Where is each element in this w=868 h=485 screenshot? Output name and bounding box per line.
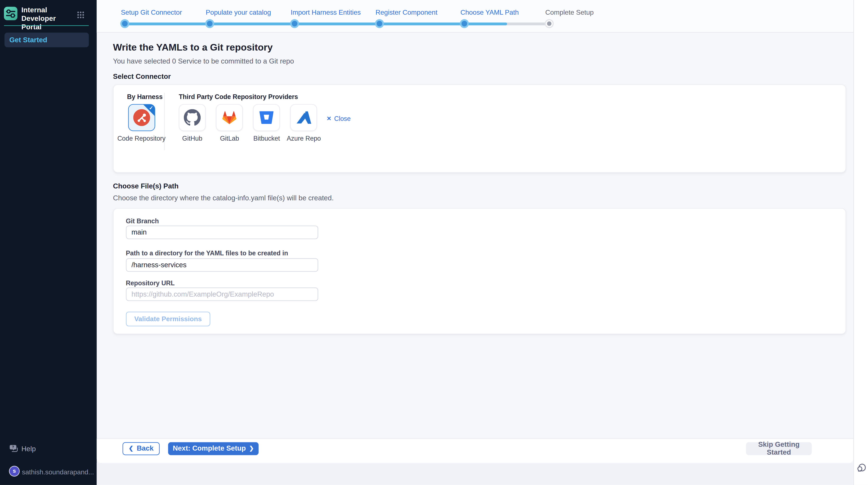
by-harness-label: By Harness xyxy=(127,93,163,100)
sidebar-teal-divider xyxy=(4,25,89,26)
wizard-footer: ❮ Back Next: Complete Setup ❯ Skip Getti… xyxy=(97,438,854,463)
back-button[interactable]: ❮ Back xyxy=(123,442,160,455)
step-dot-3 xyxy=(290,19,299,28)
git-branch-input[interactable] xyxy=(126,226,318,239)
right-strip xyxy=(853,0,868,485)
back-label: Back xyxy=(137,445,153,453)
chat-bubbles-icon[interactable] xyxy=(856,463,867,474)
stepper-progress xyxy=(125,22,507,25)
choose-file-path-description: Choose the directory where the catalog-i… xyxy=(113,194,334,202)
step-choose-yaml-path[interactable]: Choose YAML Path xyxy=(460,8,519,17)
repository-url-input[interactable] xyxy=(126,287,318,301)
yaml-path-label: Path to a directory for the YAML files t… xyxy=(126,250,288,256)
connector-card-code-repository[interactable]: ✓ xyxy=(128,104,155,131)
close-connector-picker-button[interactable]: ✕ Close xyxy=(327,115,351,122)
sidebar: Internal Developer Portal Get Started ? xyxy=(0,0,97,485)
chevron-right-icon: ❯ xyxy=(249,446,254,451)
connector-card-gitlab[interactable] xyxy=(216,104,243,131)
help-button[interactable]: ? Help xyxy=(0,444,97,455)
file-path-panel: Git Branch Path to a directory for the Y… xyxy=(113,208,846,334)
repository-url-label: Repository URL xyxy=(126,279,175,286)
step-import-harness-entities[interactable]: Import Harness Entities xyxy=(290,8,361,17)
bottom-strip xyxy=(97,463,854,485)
third-party-label: Third Party Code Repository Providers xyxy=(179,93,298,100)
chevron-left-icon: ❮ xyxy=(129,446,133,451)
connector-label-azure-repo: Azure Repo xyxy=(279,135,329,142)
connector-card-github[interactable] xyxy=(179,104,206,131)
page-title: Write the YAMLs to a Git repository xyxy=(113,42,273,54)
git-branch-label: Git Branch xyxy=(126,218,159,224)
yaml-path-input[interactable] xyxy=(126,258,318,272)
next-complete-setup-button[interactable]: Next: Complete Setup ❯ xyxy=(168,442,258,455)
step-dot-4 xyxy=(375,19,384,28)
help-chat-icon: ? xyxy=(9,445,18,453)
app-root: Internal Developer Portal Get Started ? xyxy=(0,0,868,485)
step-register-component[interactable]: Register Component xyxy=(375,8,437,17)
step-dot-6 xyxy=(545,19,554,28)
step-complete-setup: Complete Setup xyxy=(545,8,594,17)
step-dot-2 xyxy=(205,19,214,28)
step-dot-5 xyxy=(460,19,469,28)
choose-file-path-heading: Choose File(s) Path xyxy=(113,182,179,190)
step-populate-your-catalog[interactable]: Populate your catalog xyxy=(206,8,271,17)
connector-card-azure-repo[interactable] xyxy=(290,104,317,131)
skip-label: Skip Getting Started xyxy=(749,440,808,456)
harness-idp-logo-icon xyxy=(4,7,18,20)
connector-panel: By Harness Third Party Code Repository P… xyxy=(113,84,846,173)
skip-getting-started-button[interactable]: Skip Getting Started xyxy=(746,442,812,455)
svg-text:?: ? xyxy=(12,445,14,449)
user-name: sathish.soundarapand... xyxy=(22,468,94,476)
app-title: Internal Developer Portal xyxy=(22,6,78,31)
gitlab-icon xyxy=(221,109,238,126)
next-label: Next: Complete Setup xyxy=(173,445,246,453)
bitbucket-icon xyxy=(258,109,275,126)
page-subtitle: You have selected 0 Service to be commit… xyxy=(113,57,294,65)
github-icon xyxy=(184,109,200,126)
connector-card-bitbucket[interactable] xyxy=(253,104,280,131)
help-label: Help xyxy=(22,445,36,453)
select-connector-heading: Select Connector xyxy=(113,72,171,80)
wizard-stepper: Setup Git Connector Populate your catalo… xyxy=(97,0,854,33)
user-menu[interactable]: s sathish.soundarapand... xyxy=(0,465,97,479)
sidebar-item-get-started[interactable]: Get Started xyxy=(4,32,89,47)
connector-label-code-repository: Code Repository xyxy=(116,135,167,142)
close-label: Close xyxy=(334,115,351,122)
azure-repo-icon xyxy=(295,109,312,126)
check-icon: ✓ xyxy=(149,105,153,111)
step-dot-1 xyxy=(120,19,129,28)
step-setup-git-connector[interactable]: Setup Git Connector xyxy=(121,8,182,17)
module-grid-icon[interactable] xyxy=(77,10,84,18)
validate-permissions-button[interactable]: Validate Permissions xyxy=(126,311,210,326)
user-avatar: s xyxy=(9,466,20,477)
close-icon: ✕ xyxy=(327,115,331,121)
